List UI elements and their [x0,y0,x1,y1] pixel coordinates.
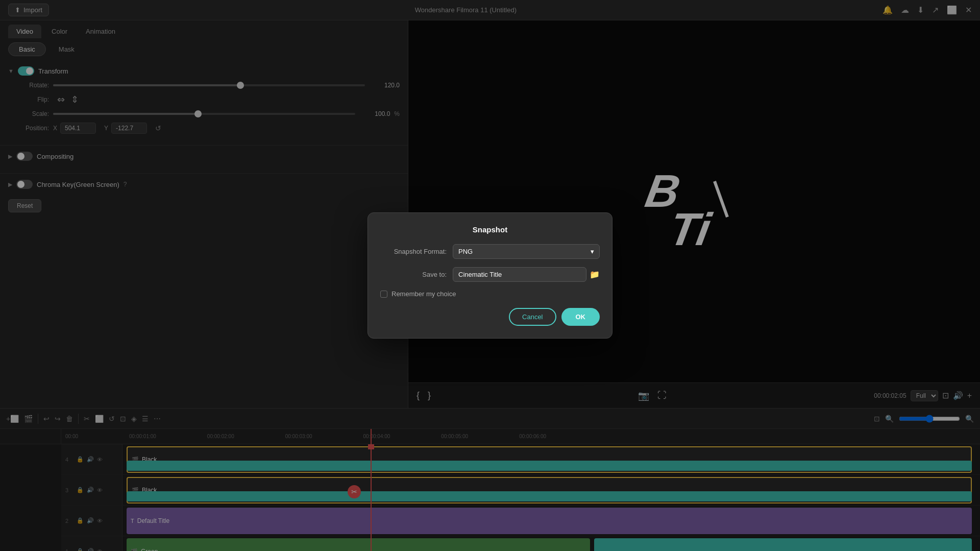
snapshot-dialog-title: Snapshot [380,225,600,234]
remember-checkbox[interactable] [380,291,387,298]
snapshot-save-path[interactable]: Cinematic Title [453,267,586,282]
remember-label: Remember my choice [391,290,456,298]
folder-open-icon[interactable]: 📁 [590,270,600,279]
snapshot-format-label: Snapshot Format: [380,248,447,255]
dialog-buttons: Cancel OK [380,308,600,326]
snapshot-save-label: Save to: [380,271,447,278]
snapshot-format-select[interactable]: PNG ▾ [453,244,600,259]
ok-button[interactable]: OK [561,308,600,326]
dialog-overlay: Snapshot Snapshot Format: PNG ▾ Save to:… [0,0,980,551]
cancel-button[interactable]: Cancel [509,308,556,326]
remember-choice-row: Remember my choice [380,290,600,298]
snapshot-save-input-row: Cinematic Title 📁 [453,267,600,282]
snapshot-save-row: Save to: Cinematic Title 📁 [380,267,600,282]
snapshot-dialog: Snapshot Snapshot Format: PNG ▾ Save to:… [368,212,612,339]
snapshot-format-row: Snapshot Format: PNG ▾ [380,244,600,259]
snapshot-format-value: PNG [458,248,473,255]
snapshot-format-chevron: ▾ [591,248,594,255]
